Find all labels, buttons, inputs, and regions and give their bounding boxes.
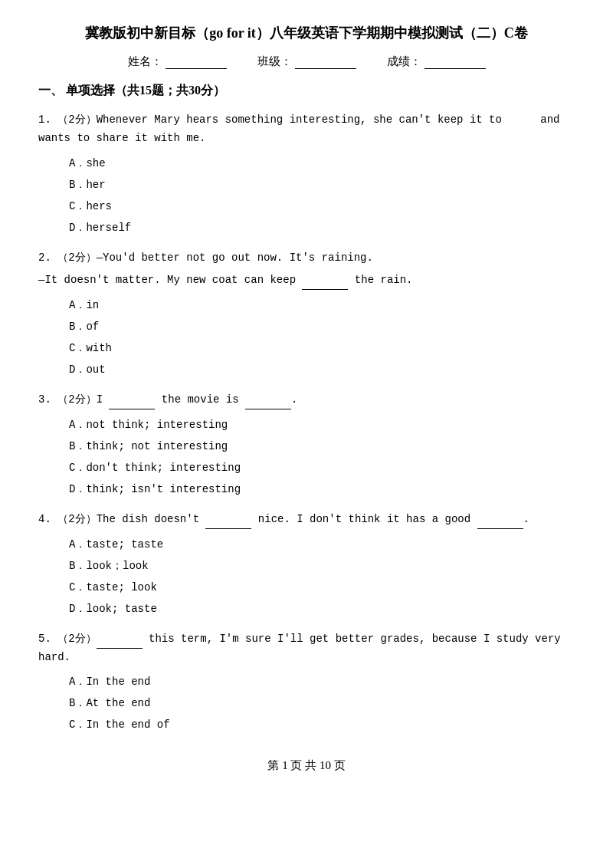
question-1: 1. （2分）Whenever Mary hears something int…: [38, 111, 575, 238]
q5-option-c: C．In the end of: [38, 714, 575, 735]
q2-text: —You'd better not go out now. It's raini…: [97, 252, 373, 264]
q1-option-b: B．her: [38, 174, 575, 196]
question-1-stem: 1. （2分）Whenever Mary hears something int…: [38, 111, 575, 148]
q5-text: this term, I'm sure I'll get better grad…: [38, 633, 561, 663]
q3-option-c: C．don't think; interesting: [38, 457, 575, 478]
q3-option-a: A．not think; interesting: [38, 414, 575, 436]
question-5-stem: 5. （2分） this term, I'm sure I'll get bet…: [38, 630, 575, 667]
q1-option-a: A．she: [38, 153, 575, 174]
score-label: 成绩：: [387, 54, 421, 69]
name-field: 姓名：: [128, 54, 227, 69]
q1-num: 1.: [38, 113, 57, 126]
question-3-stem: 3. （2分）I the movie is .: [38, 391, 575, 409]
q3-blank2: [245, 409, 291, 409]
class-underline: [295, 55, 356, 69]
q4-option-c: C．taste; look: [38, 577, 575, 598]
q5-option-a: A．In the end: [38, 671, 575, 692]
q2-option-a: A．in: [38, 294, 575, 316]
q5-score: （2分）: [57, 633, 96, 645]
q4-option-b: B．look；look: [38, 555, 575, 577]
q4-num: 4.: [38, 513, 57, 525]
q2-option-c: C．with: [38, 337, 575, 359]
class-label: 班级：: [257, 54, 292, 69]
q3-blank1: [109, 409, 155, 409]
q4-text: The dish doesn't nice. I don't think it …: [97, 513, 529, 525]
name-label: 姓名：: [128, 54, 162, 69]
q1-text: Whenever Mary hears something interestin…: [38, 113, 560, 144]
q4-blank2: [477, 528, 523, 529]
q2-option-b: B．of: [38, 316, 575, 337]
q4-option-a: A．taste; taste: [38, 534, 575, 555]
q2-num: 2.: [38, 252, 57, 264]
q3-text: I the movie is .: [97, 393, 298, 406]
score-underline: [425, 55, 486, 69]
q3-option-d: D．think; isn't interesting: [38, 478, 575, 500]
page-footer: 第 1 页 共 10 页: [38, 758, 575, 773]
question-2: 2. （2分）—You'd better not go out now. It'…: [38, 249, 575, 381]
question-3: 3. （2分）I the movie is . A．not think; int…: [38, 391, 575, 500]
name-underline: [166, 55, 227, 69]
q3-score: （2分）: [57, 393, 96, 406]
q3-option-b: B．think; not interesting: [38, 436, 575, 457]
question-4: 4. （2分）The dish doesn't nice. I don't th…: [38, 511, 575, 620]
q4-score: （2分）: [57, 513, 96, 525]
q5-option-b: B．At the end: [38, 692, 575, 714]
q5-num: 5.: [38, 633, 57, 645]
class-field: 班级：: [257, 54, 356, 69]
q3-num: 3.: [38, 393, 57, 406]
q2-blank: [302, 289, 348, 290]
question-5: 5. （2分） this term, I'm sure I'll get bet…: [38, 630, 575, 736]
q2-option-d: D．out: [38, 359, 575, 380]
q2-text2: —It doesn't matter. My new coat can keep…: [38, 274, 412, 286]
question-2-stem: 2. （2分）—You'd better not go out now. It'…: [38, 249, 575, 268]
question-2-stem2: —It doesn't matter. My new coat can keep…: [38, 271, 575, 290]
q4-option-d: D．look; taste: [38, 598, 575, 620]
q5-blank: [97, 648, 143, 649]
question-4-stem: 4. （2分）The dish doesn't nice. I don't th…: [38, 511, 575, 529]
section1-title: 一、 单项选择（共15题；共30分）: [38, 83, 575, 99]
q2-score: （2分）: [57, 252, 96, 264]
q1-score: （2分）: [57, 113, 96, 126]
q1-option-d: D．herself: [38, 217, 575, 238]
q1-option-c: C．hers: [38, 196, 575, 217]
q4-blank1: [205, 528, 251, 529]
form-row: 姓名： 班级： 成绩：: [38, 54, 575, 69]
page-title: 冀教版初中新目标（go for it）八年级英语下学期期中模拟测试（二）C卷: [38, 23, 575, 44]
score-field: 成绩：: [387, 54, 486, 69]
